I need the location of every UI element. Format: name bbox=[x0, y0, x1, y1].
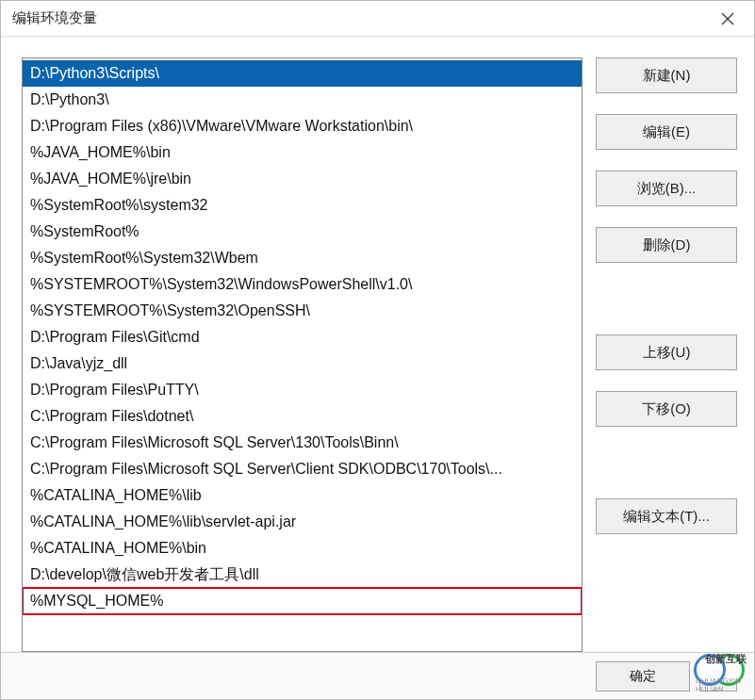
path-listbox[interactable]: D:\Python3\Scripts\D:\Python3\D:\Program… bbox=[22, 57, 583, 652]
list-item[interactable]: D:\Program Files\Git\cmd bbox=[23, 324, 582, 350]
list-item[interactable]: D:\Program Files (x86)\VMware\VMware Wor… bbox=[23, 113, 582, 139]
list-item[interactable]: %JAVA_HOME%\bin bbox=[23, 139, 582, 166]
moveup-button[interactable]: 上移(U) bbox=[596, 334, 737, 370]
close-icon[interactable] bbox=[713, 4, 743, 34]
ok-button[interactable]: 确定 bbox=[596, 661, 690, 692]
movedown-button[interactable]: 下移(O) bbox=[596, 391, 737, 427]
edit-button[interactable]: 编辑(E) bbox=[596, 114, 737, 150]
browse-button[interactable]: 浏览(B)... bbox=[596, 171, 737, 206]
list-item[interactable]: %SystemRoot% bbox=[23, 219, 582, 245]
list-item[interactable]: D:\Program Files\PuTTY\ bbox=[23, 377, 582, 403]
list-item[interactable]: D:\develop\微信web开发者工具\dll bbox=[23, 562, 582, 588]
dialog-footer: 确定 取 bbox=[1, 652, 754, 699]
window-title: 编辑环境变量 bbox=[12, 9, 713, 27]
list-item[interactable]: %CATALINA_HOME%\lib bbox=[23, 482, 582, 509]
list-item[interactable]: C:\Program Files\dotnet\ bbox=[23, 403, 582, 430]
list-item[interactable]: %JAVA_HOME%\jre\bin bbox=[23, 166, 582, 192]
delete-button[interactable]: 删除(D) bbox=[596, 227, 737, 263]
titlebar: 编辑环境变量 bbox=[1, 1, 754, 37]
list-item[interactable]: %CATALINA_HOME%\lib\servlet-api.jar bbox=[23, 509, 582, 535]
list-item[interactable]: D:\Python3\Scripts\ bbox=[23, 60, 582, 87]
list-item[interactable]: %SYSTEMROOT%\System32\WindowsPowerShell\… bbox=[23, 271, 582, 298]
edittext-button[interactable]: 编辑文本(T)... bbox=[596, 498, 737, 534]
button-sidebar: 新建(N) 编辑(E) 浏览(B)... 删除(D) 上移(U) 下移(O) 编… bbox=[596, 57, 737, 652]
dialog-content: D:\Python3\Scripts\D:\Python3\D:\Program… bbox=[1, 37, 754, 652]
list-item[interactable]: C:\Program Files\Microsoft SQL Server\Cl… bbox=[23, 456, 582, 482]
list-item[interactable]: %SystemRoot%\system32 bbox=[23, 192, 582, 219]
list-item[interactable]: D:\Python3\ bbox=[23, 87, 582, 113]
list-item[interactable]: %SYSTEMROOT%\System32\OpenSSH\ bbox=[23, 298, 582, 324]
new-button[interactable]: 新建(N) bbox=[596, 57, 737, 93]
cancel-button[interactable]: 取 bbox=[699, 661, 737, 692]
list-item[interactable]: %MYSQL_HOME% bbox=[23, 588, 582, 614]
list-item[interactable]: %SystemRoot%\System32\Wbem bbox=[23, 245, 582, 271]
list-item[interactable]: C:\Program Files\Microsoft SQL Server\13… bbox=[23, 430, 582, 456]
list-item[interactable]: %CATALINA_HOME%\bin bbox=[23, 535, 582, 562]
dialog-window: 编辑环境变量 D:\Python3\Scripts\D:\Python3\D:\… bbox=[0, 0, 755, 700]
list-item[interactable]: D:\Java\yjz_dll bbox=[23, 350, 582, 377]
